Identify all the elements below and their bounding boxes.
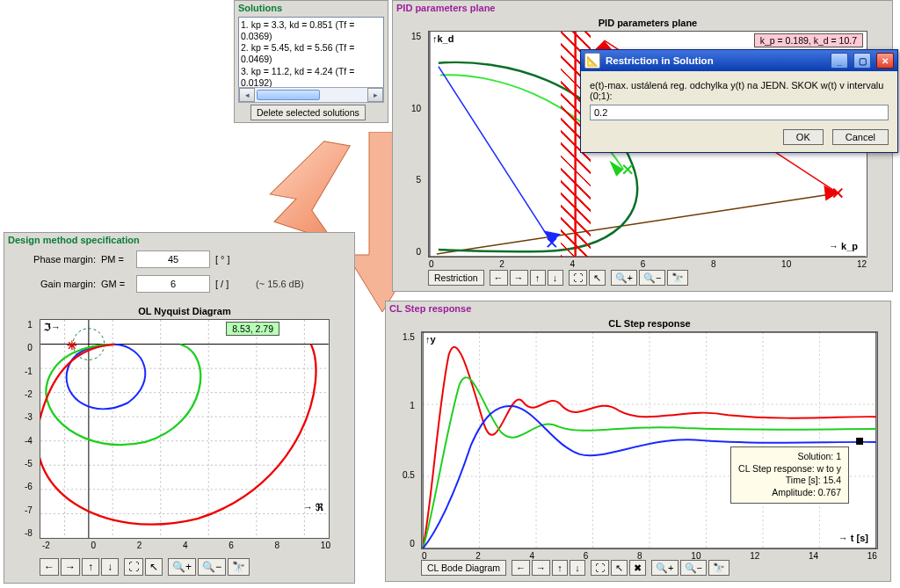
select-region-button[interactable]: ⛶ (124, 558, 143, 576)
design-panel: Design method specification Phase margin… (4, 232, 355, 584)
nyquist-plot[interactable]: OL Nyquist Diagram ✳ 8.53, 2.79 ℜ (40, 319, 330, 539)
cl-svg (422, 332, 877, 548)
gain-margin-label: Gain margin: (25, 279, 96, 289)
cl-data-tip: Solution: 1 CL Step response: w to y Tim… (730, 446, 849, 504)
nav-left-button[interactable]: ← (490, 270, 508, 286)
svg-rect-46 (856, 438, 863, 445)
svg-line-23 (439, 67, 552, 243)
svg-marker-27 (609, 161, 623, 177)
binoculars-button[interactable]: 🔭 (228, 558, 250, 576)
cl-xlabel: t [s] (838, 533, 868, 543)
nav-down-button[interactable]: ↓ (101, 558, 119, 576)
list-item[interactable]: 2. kp = 5.45, kd = 5.56 (Tf = 0.0469) (241, 42, 381, 65)
close-button[interactable]: ✕ (876, 53, 894, 69)
select-region-button[interactable]: ⛶ (591, 560, 609, 576)
svg-marker-0 (264, 134, 350, 241)
cl-plot[interactable]: CL Step response Solution: 1 CL Step res… (421, 331, 878, 549)
list-item[interactable]: 3. kp = 11.2, kd = 4.24 (Tf = 0.0192) (241, 66, 381, 89)
phase-margin-input[interactable] (136, 250, 210, 268)
binoculars-button[interactable]: 🔭 (708, 560, 729, 576)
nav-down-button[interactable]: ↓ (548, 270, 563, 286)
svg-marker-26 (543, 230, 561, 243)
solutions-panel: Solutions 1. kp = 3.3, kd = 0.851 (Tf = … (234, 0, 388, 123)
binoculars-button[interactable]: 🔭 (667, 270, 688, 286)
svg-text:✳: ✳ (67, 338, 77, 352)
gain-margin-note: (~ 15.6 dB) (256, 279, 304, 289)
zoom-in-button[interactable]: 🔍+ (611, 270, 637, 286)
cl-plot-title: CL Step response (422, 318, 877, 329)
zoom-in-button[interactable]: 🔍+ (651, 560, 678, 576)
pid-xlabel: k_p (829, 241, 858, 251)
nyquist-toolbar: ← → ↑ ↓ ⛶ ↖ 🔍+ 🔍− 🔭 (40, 558, 250, 576)
list-item[interactable]: 1. kp = 3.3, kd = 0.851 (Tf = 0.0369) (241, 19, 381, 42)
pid-readout: k_p = 0.189, k_d = 10.7 (754, 33, 863, 47)
maximize-button[interactable]: ▢ (853, 53, 871, 69)
cl-panel: CL Step response CL Step response Soluti… (385, 301, 891, 582)
nav-up-button[interactable]: ↑ (82, 558, 99, 576)
cancel-button[interactable]: Cancel (832, 129, 889, 145)
zoom-out-button[interactable]: 🔍− (639, 270, 665, 286)
delete-solutions-button[interactable]: Delete selected solutions (250, 105, 366, 120)
nav-left-button[interactable]: ← (40, 558, 59, 576)
cl-bode-button[interactable]: CL Bode Diagram (421, 560, 506, 576)
gain-margin-input[interactable] (136, 275, 210, 293)
nyquist-xlabel: ℜ (303, 502, 323, 513)
app-icon (584, 53, 600, 69)
nav-right-button[interactable]: → (532, 560, 550, 576)
phase-margin-label: Phase margin: (25, 254, 96, 265)
phase-margin-var: PM = (101, 254, 131, 265)
nav-right-button[interactable]: → (510, 270, 528, 286)
restriction-button[interactable]: Restriction (428, 270, 484, 286)
solutions-list[interactable]: 1. kp = 3.3, kd = 0.851 (Tf = 0.0369) 2.… (238, 17, 384, 92)
solutions-title: Solutions (235, 1, 388, 15)
scroll-right-icon[interactable]: ▸ (367, 88, 383, 102)
restriction-value-input[interactable] (590, 105, 889, 120)
phase-margin-unit: [ ° ] (215, 254, 250, 265)
svg-marker-28 (824, 185, 838, 201)
pid-panel-title: PID parameters plane (393, 1, 892, 15)
cl-ylabel: ↑y (425, 334, 436, 345)
pointer-button[interactable]: ↖ (611, 560, 628, 576)
zoom-out-button[interactable]: 🔍− (680, 560, 707, 576)
nyquist-readout: 8.53, 2.79 (226, 322, 279, 336)
pointer-button[interactable]: ↖ (145, 558, 163, 576)
nyquist-svg: ✳ (40, 320, 329, 538)
nav-down-button[interactable]: ↓ (570, 560, 585, 576)
dialog-title: Restriction in Solution (606, 55, 714, 66)
nav-right-button[interactable]: → (61, 558, 80, 576)
nav-up-button[interactable]: ↑ (530, 270, 546, 286)
gain-margin-unit: [ / ] (215, 279, 250, 289)
minimize-button[interactable]: _ (831, 53, 848, 69)
pid-ylabel: ↑k_d (432, 33, 454, 44)
nyquist-ylabel: ℑ→ (44, 322, 61, 333)
zoom-in-button[interactable]: 🔍+ (168, 558, 196, 576)
nav-up-button[interactable]: ↑ (552, 560, 568, 576)
svg-line-22 (437, 193, 839, 254)
cl-panel-title: CL Step response (386, 301, 890, 316)
scroll-left-icon[interactable]: ◂ (239, 88, 255, 102)
zoom-out-button[interactable]: 🔍− (198, 558, 226, 576)
pointer-button[interactable]: ↖ (589, 270, 606, 286)
pid-plot-title: PID parameters plane (429, 18, 867, 28)
design-title: Design method specification (4, 233, 354, 247)
nyquist-title: OL Nyquist Diagram (40, 306, 329, 316)
remove-button[interactable]: ✖ (629, 560, 646, 576)
solutions-hscroll[interactable]: ◂ ▸ (238, 87, 384, 103)
select-region-button[interactable]: ⛶ (569, 270, 587, 286)
restriction-dialog: Restriction in Solution _ ▢ ✕ e(t)-max. … (580, 49, 898, 153)
ok-button[interactable]: OK (783, 129, 824, 145)
dialog-prompt: e(t)-max. ustálená reg. odchylka y(t) na… (590, 80, 889, 101)
nav-left-button[interactable]: ← (512, 560, 530, 576)
gain-margin-var: GM = (101, 279, 131, 289)
